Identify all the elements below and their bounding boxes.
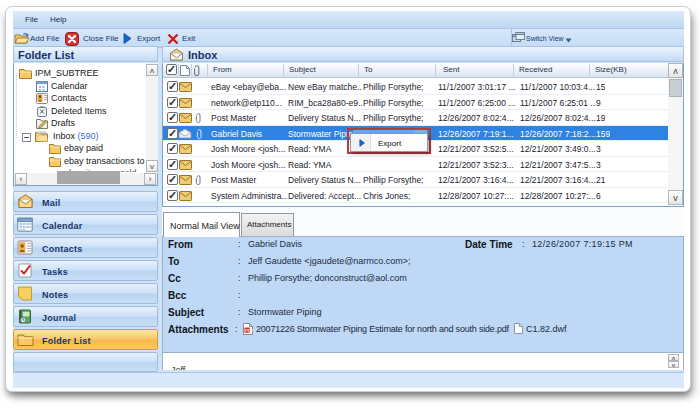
- svg-text:PDF: PDF: [245, 328, 253, 333]
